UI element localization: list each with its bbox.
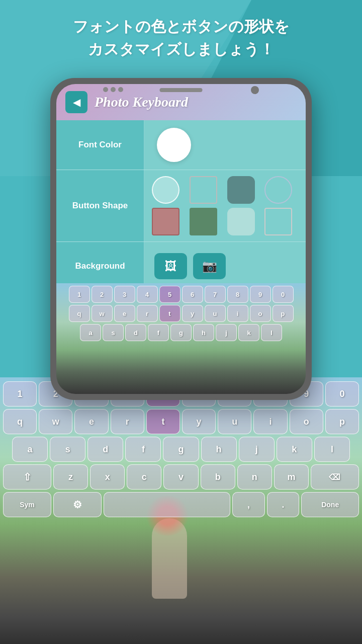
background-content: 🖼 📷 <box>144 242 306 290</box>
key-g[interactable]: g <box>163 437 199 462</box>
shape-oval-outline[interactable] <box>264 176 292 204</box>
key-v[interactable]: v <box>163 464 198 490</box>
key-f[interactable]: f <box>125 437 161 462</box>
period-key[interactable]: . <box>267 492 300 517</box>
done-key[interactable]: Done <box>301 492 359 517</box>
button-shape-content <box>144 170 306 242</box>
back-button[interactable]: ◀ <box>65 91 87 113</box>
phone-camera <box>251 86 259 94</box>
gallery-icon-btn[interactable]: 🖼 <box>154 253 187 279</box>
key-y[interactable]: y <box>182 409 216 434</box>
shape-square-green[interactable] <box>190 208 217 235</box>
keyboard-preview: 1 2 3 4 5 6 7 8 9 0 q w e r t y <box>56 283 306 394</box>
key-d[interactable]: d <box>87 437 123 462</box>
keyboard-row-zxcv: ⇧ z x c v b n m ⌫ <box>3 464 359 490</box>
phone-speaker <box>160 88 203 92</box>
shape-square-outline[interactable] <box>264 208 292 235</box>
app-title: Photo Keyboard <box>95 94 188 110</box>
key-s[interactable]: s <box>50 437 85 462</box>
phone-frame: ◀ Photo Keyboard Font Color Button Shape <box>50 78 312 400</box>
font-color-circle[interactable] <box>157 128 191 162</box>
font-color-content <box>144 120 306 170</box>
key-o[interactable]: o <box>290 409 323 434</box>
key-p[interactable]: p <box>325 409 359 434</box>
phone-dots <box>103 87 123 92</box>
phone-screen: ◀ Photo Keyboard Font Color Button Shape <box>56 84 306 394</box>
key-j[interactable]: j <box>239 437 275 462</box>
key-b[interactable]: b <box>201 464 235 490</box>
key-1[interactable]: 1 <box>3 381 37 407</box>
shape-square-red[interactable] <box>152 208 179 235</box>
background-row: Background 🖼 📷 <box>56 242 306 290</box>
keyboard-row-qwerty: q w e r t y u i o p <box>3 409 359 434</box>
key-w[interactable]: w <box>39 409 72 434</box>
key-n[interactable]: n <box>237 464 272 490</box>
key-r[interactable]: r <box>111 409 144 434</box>
shift-key[interactable]: ⇧ <box>3 464 51 490</box>
comma-key[interactable]: , <box>232 492 265 517</box>
background-label: Background <box>56 242 144 290</box>
key-z[interactable]: z <box>53 464 88 490</box>
shape-circle[interactable] <box>152 176 179 204</box>
sym-key[interactable]: Sym <box>3 492 51 517</box>
keyboard-row-bottom: Sym ⚙ , . Done <box>3 492 359 517</box>
shape-square[interactable] <box>190 176 217 204</box>
key-h[interactable]: h <box>201 437 237 462</box>
key-e[interactable]: e <box>74 409 108 434</box>
key-l[interactable]: l <box>314 437 350 462</box>
key-k[interactable]: k <box>277 437 312 462</box>
key-0[interactable]: 0 <box>325 381 359 407</box>
button-shape-row: Button Shape <box>56 170 306 242</box>
space-key[interactable] <box>104 492 230 517</box>
font-color-label: Font Color <box>56 120 144 170</box>
key-u[interactable]: u <box>218 409 251 434</box>
key-i[interactable]: i <box>253 409 287 434</box>
key-t[interactable]: t <box>146 409 180 434</box>
key-m[interactable]: m <box>274 464 309 490</box>
font-color-row: Font Color <box>56 120 306 170</box>
camera-icon-btn[interactable]: 📷 <box>193 253 226 279</box>
top-title: フォントの色とボタンの形状を カスタマイズしましょう！ <box>0 15 362 60</box>
key-q[interactable]: q <box>3 409 37 434</box>
key-x[interactable]: x <box>90 464 125 490</box>
button-shape-label: Button Shape <box>56 170 144 242</box>
shape-rounded-light[interactable] <box>227 208 255 235</box>
full-keyboard: 1 2 3 4 5 6 7 8 9 0 q w e r t y u i o p … <box>0 377 362 644</box>
settings-area: Font Color Button Shape <box>56 120 306 290</box>
keyboard-row-asdf: a s d f g h j k l <box>3 437 359 462</box>
key-a[interactable]: a <box>12 437 48 462</box>
backspace-key[interactable]: ⌫ <box>311 464 359 490</box>
key-c[interactable]: c <box>127 464 161 490</box>
shape-rounded[interactable] <box>227 176 255 204</box>
settings-key[interactable]: ⚙ <box>53 492 102 517</box>
